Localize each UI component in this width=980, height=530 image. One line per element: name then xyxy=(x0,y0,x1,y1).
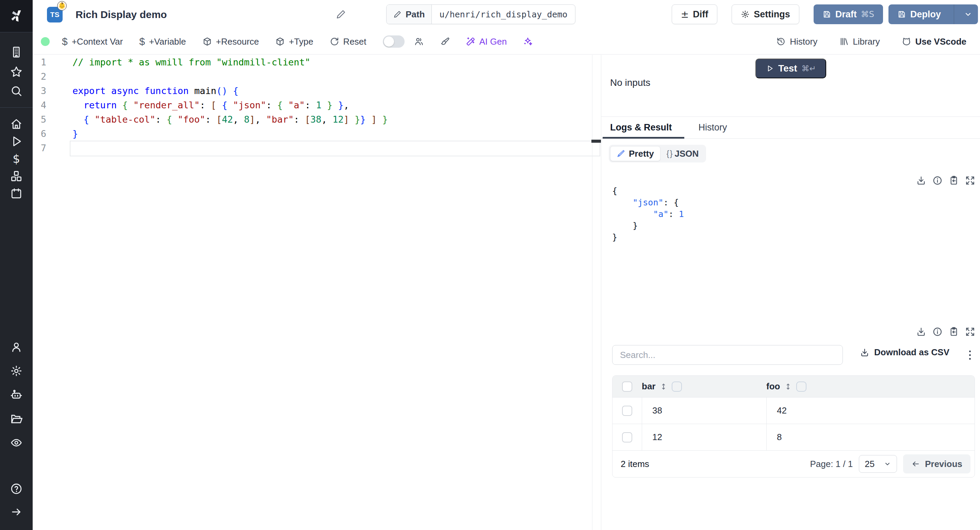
history-button[interactable]: History xyxy=(776,37,817,47)
code-editor[interactable]: 1// import * as wmill from "windmill-cli… xyxy=(33,55,592,530)
settings-gear-icon[interactable] xyxy=(10,365,22,377)
collapse-arrow-icon[interactable] xyxy=(10,506,22,518)
status-dot xyxy=(41,37,50,46)
editor-scrollbar-boundary xyxy=(592,55,592,530)
workers-bot-icon[interactable] xyxy=(10,389,22,401)
line-number: 7 xyxy=(33,143,46,153)
search-icon[interactable] xyxy=(10,85,22,97)
code-line[interactable]: 6} xyxy=(33,126,592,140)
code-line[interactable]: 3export async function main() { xyxy=(33,83,592,98)
column-select-box[interactable] xyxy=(672,382,682,392)
favorites-icon[interactable] xyxy=(10,66,22,78)
code-line[interactable]: 4 return { "render_all": [ { "json": { "… xyxy=(33,98,592,112)
home-icon[interactable] xyxy=(10,118,22,130)
page-title: Rich Display demo xyxy=(76,0,167,29)
page-indicator: Page: 1 / 1 xyxy=(810,459,853,469)
previous-page-button[interactable]: Previous xyxy=(903,454,970,473)
splitter-drag-handle[interactable] xyxy=(592,140,601,143)
resources-icon[interactable] xyxy=(10,170,22,182)
edit-title-pencil-icon[interactable] xyxy=(334,8,348,21)
workspace-icon[interactable] xyxy=(10,46,22,58)
code-line[interactable]: 7 xyxy=(33,140,592,155)
result-table: bar foo 3842128 2 items Page: 1 / 1 25 xyxy=(612,375,975,477)
help-icon[interactable] xyxy=(10,483,22,495)
variables-icon[interactable]: $ xyxy=(10,153,22,165)
download-csv-button[interactable]: Download as CSV xyxy=(860,347,950,358)
tab-logs-and-result[interactable]: Logs & Result xyxy=(601,117,681,139)
user-icon[interactable] xyxy=(10,341,22,353)
schedules-icon[interactable] xyxy=(10,187,22,200)
code-text: } xyxy=(73,128,78,139)
windmill-logo[interactable] xyxy=(0,0,33,32)
pretty-view-button[interactable]: Pretty xyxy=(610,146,660,161)
sort-icon[interactable] xyxy=(784,383,792,391)
select-all-checkbox[interactable] xyxy=(622,382,632,392)
add-context-var-button[interactable]: $ +Context Var xyxy=(62,36,123,47)
preview-panel: Test ⌘↵ No inputs Logs & Result History … xyxy=(601,55,980,530)
draft-button[interactable]: Draft ⌘S xyxy=(814,5,883,24)
history-clock-icon xyxy=(776,37,786,46)
runs-icon[interactable] xyxy=(10,135,22,147)
expand-icon[interactable] xyxy=(965,327,975,337)
path-label-section: Path xyxy=(387,5,432,24)
add-type-button[interactable]: +Type xyxy=(275,37,313,47)
code-line[interactable]: 1// import * as wmill from "windmill-cli… xyxy=(33,55,592,69)
add-resource-button[interactable]: +Resource xyxy=(202,37,259,47)
add-variable-button[interactable]: $ +Variable xyxy=(139,36,186,47)
code-line[interactable]: 5 { "table-col": { "foo": [42, 8], "bar"… xyxy=(33,112,592,126)
info-icon[interactable] xyxy=(932,327,943,337)
folders-icon[interactable] xyxy=(10,412,22,425)
column-select-box[interactable] xyxy=(796,382,807,392)
ai-sparkles-button[interactable] xyxy=(523,37,533,46)
format-brush-button[interactable] xyxy=(440,37,450,46)
expand-icon[interactable] xyxy=(965,176,975,186)
sort-icon[interactable] xyxy=(659,383,668,391)
result-action-icons xyxy=(916,176,975,186)
save-icon xyxy=(822,10,831,19)
library-button[interactable]: Library xyxy=(839,37,880,47)
result-json-viewer: { "json": { "a": 1 }} xyxy=(612,185,684,243)
table-search-input[interactable] xyxy=(612,345,843,365)
info-icon[interactable] xyxy=(932,176,943,186)
package-icon xyxy=(202,37,212,46)
reset-button[interactable]: Reset xyxy=(330,37,366,47)
ai-gen-button[interactable]: AI Gen xyxy=(466,37,507,47)
json-view-button[interactable]: { } JSON xyxy=(660,148,705,159)
column-header-bar[interactable]: bar xyxy=(642,381,655,392)
deploy-chevron-down-icon[interactable] xyxy=(958,10,978,19)
diff-mode-toggle[interactable] xyxy=(383,35,404,48)
test-shortcut: ⌘↵ xyxy=(802,64,816,73)
dollar-icon: $ xyxy=(139,36,145,47)
script-emoji: 👶 xyxy=(57,1,67,11)
deploy-button[interactable]: Deploy xyxy=(888,5,978,24)
rotate-icon xyxy=(330,37,339,46)
sparkles-icon xyxy=(523,37,533,46)
audit-eye-icon[interactable] xyxy=(10,436,22,449)
page-size-select[interactable]: 25 xyxy=(859,455,897,473)
table-action-icons xyxy=(916,327,975,337)
download-icon xyxy=(860,348,869,357)
line-number: 5 xyxy=(33,114,46,125)
wand-icon xyxy=(466,37,476,46)
diff-button[interactable]: ± Diff xyxy=(672,5,717,24)
column-header-foo[interactable]: foo xyxy=(766,381,780,392)
settings-button[interactable]: Settings xyxy=(732,5,799,24)
braces-icon: { } xyxy=(667,149,672,158)
copy-clipboard-icon[interactable] xyxy=(949,327,959,337)
download-icon[interactable] xyxy=(916,327,926,337)
path-button[interactable]: Path u/henri/rich_display_demo xyxy=(386,5,576,24)
code-line[interactable]: 2 xyxy=(33,69,592,83)
items-count: 2 items xyxy=(612,459,649,469)
test-button[interactable]: Test ⌘↵ xyxy=(756,59,826,78)
line-number: 2 xyxy=(33,71,46,82)
table-menu-kebab-icon[interactable] xyxy=(967,347,972,363)
download-icon[interactable] xyxy=(916,176,926,186)
row-checkbox[interactable] xyxy=(622,405,632,416)
collab-users-button[interactable] xyxy=(414,37,424,46)
pencil-icon xyxy=(393,10,401,18)
use-vscode-button[interactable]: Use VScode xyxy=(902,37,966,47)
tab-history[interactable]: History xyxy=(690,117,736,139)
row-checkbox[interactable] xyxy=(622,432,632,442)
copy-clipboard-icon[interactable] xyxy=(949,176,959,186)
left-sidebar: $ xyxy=(0,0,33,530)
